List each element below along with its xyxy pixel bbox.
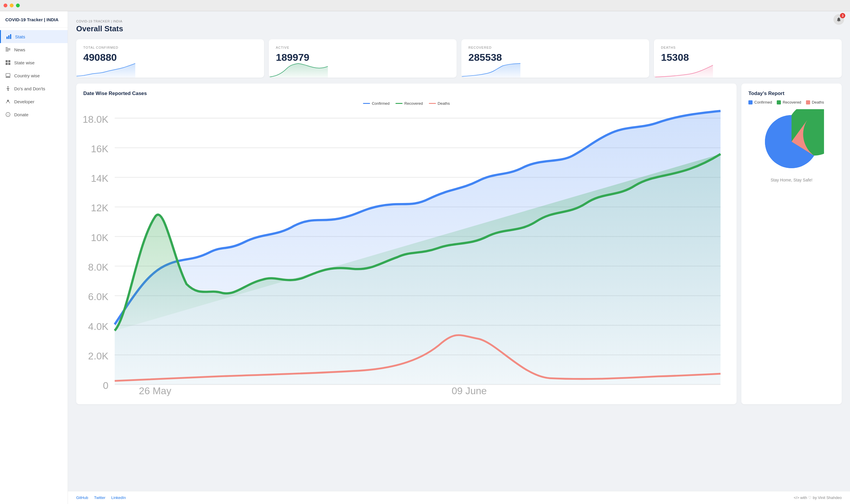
sidebar-item-dosdonts-label: Do's and Don'ts bbox=[14, 86, 45, 91]
minimize-button[interactable] bbox=[10, 3, 14, 7]
confirmed-value: 490880 bbox=[83, 52, 257, 63]
legend-confirmed-label: Confirmed bbox=[372, 101, 389, 106]
dosdonts-icon bbox=[5, 86, 11, 91]
developer-icon bbox=[5, 99, 11, 104]
legend-deaths-label: Deaths bbox=[438, 101, 450, 106]
pie-slices bbox=[765, 109, 824, 168]
svg-rect-18 bbox=[8, 90, 9, 91]
sidebar-item-developer[interactable]: Developer bbox=[0, 95, 68, 108]
report-title: Today's Report bbox=[748, 91, 784, 96]
svg-text:14K: 14K bbox=[91, 173, 108, 184]
titlebar bbox=[0, 0, 850, 11]
bottom-grid: Date Wise Reported Cases Confirmed Recov… bbox=[76, 84, 842, 404]
legend-deaths: Deaths bbox=[429, 101, 450, 106]
svg-rect-17 bbox=[8, 90, 8, 91]
stat-card-recovered: RECOVERED 285538 bbox=[461, 39, 649, 78]
linkedin-link[interactable]: LinkedIn bbox=[111, 496, 126, 500]
sidebar-item-news-label: News bbox=[14, 47, 25, 52]
main-content: COVID-19 TRACKER | INDIA Overall Stats T… bbox=[68, 11, 850, 491]
svg-rect-11 bbox=[6, 73, 10, 76]
news-icon bbox=[5, 47, 11, 52]
pie-chart-svg bbox=[759, 109, 824, 174]
svg-text:6.0K: 6.0K bbox=[88, 291, 108, 302]
confirmed-dot bbox=[748, 100, 752, 105]
active-label: ACTIVE bbox=[276, 46, 450, 49]
stats-icon bbox=[6, 34, 12, 39]
confirmed-sparkline bbox=[76, 63, 135, 78]
notification-button[interactable]: 3 bbox=[833, 14, 844, 25]
svg-text:0: 0 bbox=[103, 380, 109, 391]
svg-text:16K: 16K bbox=[91, 143, 108, 154]
svg-text:i: i bbox=[8, 113, 8, 116]
sidebar: COVID-19 Tracker | INDIA Stats News Stat… bbox=[0, 11, 68, 504]
close-button[interactable] bbox=[3, 3, 7, 7]
page-title: Overall Stats bbox=[76, 24, 842, 33]
sidebar-item-donate[interactable]: i Donate bbox=[0, 108, 68, 121]
confirmed-line-indicator bbox=[363, 103, 370, 104]
svg-text:10K: 10K bbox=[91, 232, 108, 243]
chart-title: Date Wise Reported Cases bbox=[83, 91, 729, 96]
sidebar-item-news[interactable]: News bbox=[0, 43, 68, 56]
svg-rect-3 bbox=[6, 47, 8, 48]
deaths-line-indicator bbox=[429, 103, 436, 104]
active-sparkline bbox=[269, 63, 328, 78]
svg-text:26 May: 26 May bbox=[139, 385, 171, 396]
stat-card-active: ACTIVE 189979 bbox=[269, 39, 456, 78]
svg-rect-5 bbox=[6, 50, 10, 50]
svg-rect-2 bbox=[10, 34, 11, 39]
sidebar-item-donate-label: Donate bbox=[14, 112, 28, 117]
svg-rect-8 bbox=[8, 60, 10, 62]
pie-legend-deaths-label: Deaths bbox=[812, 100, 824, 105]
line-chart-svg: 18.0K 16K 14K 12K 10K 8.0K 6.0K bbox=[83, 109, 729, 396]
maximize-button[interactable] bbox=[16, 3, 20, 7]
recovered-line-indicator bbox=[396, 103, 402, 104]
notification-badge: 3 bbox=[840, 13, 845, 18]
svg-text:12K: 12K bbox=[91, 202, 108, 213]
github-link[interactable]: GitHub bbox=[76, 496, 88, 500]
countrywise-icon bbox=[5, 73, 11, 78]
recovered-sparkline bbox=[461, 63, 520, 78]
sidebar-item-dosdonts[interactable]: Do's and Don'ts bbox=[0, 82, 68, 95]
deaths-sparkline bbox=[654, 63, 713, 78]
svg-text:2.0K: 2.0K bbox=[88, 350, 108, 361]
svg-text:8.0K: 8.0K bbox=[88, 262, 108, 273]
svg-rect-0 bbox=[6, 37, 8, 39]
recovered-dot bbox=[777, 100, 781, 105]
statewise-icon bbox=[5, 60, 11, 65]
svg-text:09 June: 09 June bbox=[452, 385, 487, 396]
deaths-value: 15308 bbox=[661, 52, 835, 63]
active-value: 189979 bbox=[276, 52, 450, 63]
sidebar-item-statewise-label: State wise bbox=[14, 60, 35, 65]
legend-recovered-label: Recovered bbox=[404, 101, 423, 106]
svg-rect-14 bbox=[8, 88, 8, 90]
content-header: COVID-19 TRACKER | INDIA Overall Stats bbox=[76, 19, 842, 33]
recovered-label: RECOVERED bbox=[468, 46, 642, 49]
recovered-value: 285538 bbox=[468, 52, 642, 63]
sidebar-item-statewise[interactable]: State wise bbox=[0, 56, 68, 69]
svg-rect-15 bbox=[6, 88, 8, 89]
svg-rect-4 bbox=[6, 48, 10, 49]
sidebar-item-countrywise-label: Country wise bbox=[14, 73, 40, 78]
deaths-dot bbox=[806, 100, 810, 105]
pie-legend-deaths: Deaths bbox=[806, 100, 824, 105]
twitter-link[interactable]: Twitter bbox=[94, 496, 105, 500]
footer-credit: </> with ♡ by Vinit Shahdeo bbox=[794, 496, 842, 500]
sidebar-item-developer-label: Developer bbox=[14, 99, 34, 104]
stats-grid: TOTAL CONFIRMED 490880 bbox=[76, 39, 842, 78]
chart-card: Date Wise Reported Cases Confirmed Recov… bbox=[76, 84, 736, 404]
svg-rect-7 bbox=[6, 60, 8, 62]
svg-rect-1 bbox=[8, 35, 10, 39]
confirmed-label: TOTAL CONFIRMED bbox=[83, 46, 257, 49]
sidebar-nav: Stats News State wise Country wise bbox=[0, 28, 68, 504]
svg-rect-10 bbox=[8, 63, 10, 65]
stat-card-deaths: DEATHS 15308 bbox=[654, 39, 842, 78]
pie-legend-recovered-label: Recovered bbox=[783, 100, 801, 105]
sidebar-item-countrywise[interactable]: Country wise bbox=[0, 69, 68, 82]
svg-text:4.0K: 4.0K bbox=[88, 321, 108, 332]
sidebar-item-stats[interactable]: Stats bbox=[0, 30, 68, 43]
legend-confirmed: Confirmed bbox=[363, 101, 389, 106]
deaths-label: DEATHS bbox=[661, 46, 835, 49]
svg-rect-6 bbox=[6, 51, 8, 51]
svg-rect-9 bbox=[6, 63, 8, 65]
footer-links: GitHub Twitter LinkedIn bbox=[76, 496, 126, 500]
